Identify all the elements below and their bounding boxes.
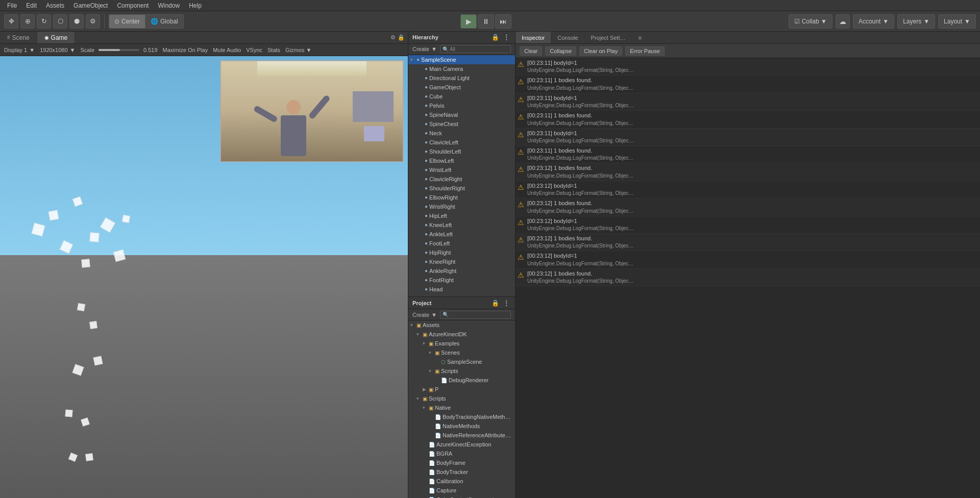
collab-button[interactable]: ☑ Collab ▼ bbox=[789, 14, 832, 29]
project-create-btn[interactable]: Create ▼ bbox=[412, 312, 437, 318]
project-item-azurekinectdk[interactable]: ▾▣AzureKinectDK bbox=[408, 330, 515, 339]
account-button[interactable]: Account ▼ bbox=[853, 14, 894, 29]
tab-project-settings[interactable]: Project Sett… bbox=[585, 32, 632, 43]
hierarchy-item-footright[interactable]: ●FootRight bbox=[408, 276, 515, 285]
hierarchy-item-footleft[interactable]: ●FootLeft bbox=[408, 239, 515, 248]
hierarchy-item-directionallight[interactable]: ●Directional Light bbox=[408, 73, 515, 83]
scale-slider[interactable] bbox=[99, 49, 139, 51]
log-item-3[interactable]: ⚠[00:23:11] 1 bodies found.UnityEngine.D… bbox=[516, 111, 980, 128]
mute-toggle[interactable]: Mute Audio bbox=[213, 47, 241, 53]
layers-button[interactable]: Layers ▼ bbox=[897, 14, 935, 29]
log-item-6[interactable]: ⚠[00:23:12] 1 bodies found.UnityEngine.D… bbox=[516, 163, 980, 181]
project-item-nativerefattr[interactable]: 📄NativeReferenceAttribute… bbox=[408, 431, 515, 440]
log-item-4[interactable]: ⚠[00:23:11] bodyId=1UnityEngine.Debug.Lo… bbox=[516, 129, 980, 146]
project-item-examples[interactable]: ▾▣Examples bbox=[408, 339, 515, 348]
project-item-colorcontrolcommand[interactable]: 📄ColorControlCommand bbox=[408, 495, 515, 498]
menu-file[interactable]: File bbox=[3, 1, 21, 10]
hierarchy-lock-btn[interactable]: 🔒 bbox=[491, 33, 500, 42]
tab-more[interactable]: ≡ bbox=[632, 32, 648, 43]
hierarchy-item-elbowright[interactable]: ●ElbowRight bbox=[408, 193, 515, 202]
gizmos-toggle[interactable]: Gizmos ▼ bbox=[285, 47, 311, 53]
hierarchy-item-hipleft[interactable]: ●HipLeft bbox=[408, 211, 515, 220]
tab-inspector[interactable]: Inspector bbox=[516, 32, 551, 43]
layout-button[interactable]: Layout ▼ bbox=[938, 14, 976, 29]
project-item-bodytracker[interactable]: 📄BodyTracker bbox=[408, 467, 515, 477]
log-item-8[interactable]: ⚠[00:23:12] 1 bodies found.UnityEngine.D… bbox=[516, 198, 980, 216]
tool-rect[interactable]: ⬢ bbox=[69, 14, 84, 29]
hierarchy-item-ankleleft[interactable]: ●AnkleLeft bbox=[408, 230, 515, 239]
hierarchy-item-elbowleft[interactable]: ●ElbowLeft bbox=[408, 156, 515, 165]
tool-scale[interactable]: ⬡ bbox=[53, 14, 67, 29]
hierarchy-item-shoulderleft[interactable]: ●ShoulderLeft bbox=[408, 147, 515, 156]
cloud-button[interactable]: ☁ bbox=[836, 14, 850, 29]
hierarchy-item-nose[interactable]: ●Nose bbox=[408, 294, 515, 296]
hierarchy-create-btn[interactable]: Create ▼ bbox=[412, 46, 437, 52]
project-search[interactable]: 🔍 bbox=[440, 311, 511, 319]
hierarchy-item-wristleft[interactable]: ●WristLeft bbox=[408, 165, 515, 175]
hierarchy-item-samplescene[interactable]: ▾●SampleScene bbox=[408, 55, 515, 64]
global-btn[interactable]: 🌐 Global bbox=[145, 15, 183, 28]
project-menu-btn[interactable]: ⋮ bbox=[502, 298, 511, 308]
project-item-capture[interactable]: 📄Capture bbox=[408, 486, 515, 495]
play-button[interactable]: ▶ bbox=[460, 14, 477, 29]
hierarchy-item-kneeleft[interactable]: ●KneeLeft bbox=[408, 220, 515, 230]
log-item-12[interactable]: ⚠[00:23:12] 1 bodies found.UnityEngine.D… bbox=[516, 269, 980, 286]
tab-game[interactable]: ◉ Game bbox=[37, 32, 76, 43]
project-item-debugrenderer[interactable]: 📄DebugRenderer bbox=[408, 376, 515, 385]
project-item-nativemethods[interactable]: 📄NativeMethods bbox=[408, 421, 515, 431]
log-item-0[interactable]: ⚠[00:23:11] bodyId=1UnityEngine.Debug.Lo… bbox=[516, 58, 980, 76]
project-item-native_folder[interactable]: ▾▣Native bbox=[408, 403, 515, 412]
log-item-5[interactable]: ⚠[00:23:11] 1 bodies found.UnityEngine.D… bbox=[516, 146, 980, 163]
project-lock-btn[interactable]: 🔒 bbox=[491, 298, 500, 308]
tab-settings-icon[interactable]: ⚙ bbox=[390, 34, 396, 41]
step-button[interactable]: ⏭ bbox=[495, 14, 511, 29]
tab-console[interactable]: Console bbox=[551, 32, 584, 43]
hierarchy-item-shoulderright[interactable]: ●ShoulderRight bbox=[408, 184, 515, 193]
tool-move[interactable]: ⊕ bbox=[20, 14, 35, 29]
tool-rotate[interactable]: ↻ bbox=[37, 14, 51, 29]
log-item-1[interactable]: ⚠[00:23:11] 1 bodies found.UnityEngine.D… bbox=[516, 76, 980, 93]
hierarchy-item-ankleright[interactable]: ●AnkleRight bbox=[408, 266, 515, 276]
hierarchy-item-maincamera[interactable]: ●Main Camera bbox=[408, 64, 515, 73]
menu-gameobject[interactable]: GameObject bbox=[69, 1, 112, 10]
hierarchy-item-cube[interactable]: ●Cube bbox=[408, 92, 515, 101]
project-item-assets[interactable]: ▾▣Assets bbox=[408, 320, 515, 330]
center-btn[interactable]: ⊙ Center bbox=[109, 15, 145, 28]
log-item-2[interactable]: ⚠[00:23:11] bodyId=1UnityEngine.Debug.Lo… bbox=[516, 93, 980, 111]
menu-assets[interactable]: Assets bbox=[42, 1, 68, 10]
hierarchy-menu-btn[interactable]: ⋮ bbox=[502, 33, 511, 42]
display-selector[interactable]: Display 1 ▼ bbox=[4, 47, 35, 53]
error-pause-btn[interactable]: Error Pause bbox=[625, 46, 665, 56]
hierarchy-item-spinechest[interactable]: ●SpineChest bbox=[408, 119, 515, 129]
hierarchy-item-wristright[interactable]: ●WristRight bbox=[408, 202, 515, 211]
tab-scene[interactable]: # Scene bbox=[0, 32, 37, 43]
log-item-7[interactable]: ⚠[00:23:12] bodyId=1UnityEngine.Debug.Lo… bbox=[516, 181, 980, 198]
hierarchy-item-spinenaval[interactable]: ●SpineNaval bbox=[408, 110, 515, 119]
hierarchy-item-clavicleright[interactable]: ●ClavicleRight bbox=[408, 175, 515, 184]
menu-edit[interactable]: Edit bbox=[22, 1, 41, 10]
clear-btn[interactable]: Clear bbox=[520, 46, 542, 56]
project-item-azurekinectexception[interactable]: 📄AzureKinectException bbox=[408, 440, 515, 449]
pause-button[interactable]: ⏸ bbox=[478, 14, 494, 29]
menu-help[interactable]: Help bbox=[185, 1, 206, 10]
hierarchy-item-neck[interactable]: ●Neck bbox=[408, 129, 515, 138]
resolution-selector[interactable]: 1920x1080 ▼ bbox=[40, 47, 75, 53]
hierarchy-item-gameobject[interactable]: ●GameObject bbox=[408, 83, 515, 92]
hierarchy-item-head[interactable]: ●Head bbox=[408, 285, 515, 294]
hierarchy-item-pelvis[interactable]: ●Pelvis bbox=[408, 101, 515, 110]
log-item-11[interactable]: ⚠[00:23:12] bodyId=1UnityEngine.Debug.Lo… bbox=[516, 251, 980, 268]
project-item-bgra[interactable]: 📄BGRA bbox=[408, 449, 515, 458]
project-item-scripts_sub[interactable]: ▾▣Scripts bbox=[408, 366, 515, 376]
project-item-samplescene_asset[interactable]: ⬡SampleScene bbox=[408, 357, 515, 366]
menu-window[interactable]: Window bbox=[154, 1, 184, 10]
maximize-toggle[interactable]: Maximize On Play bbox=[163, 47, 208, 53]
hierarchy-search[interactable]: 🔍 All bbox=[440, 45, 511, 53]
project-item-bodyframe[interactable]: 📄BodyFrame bbox=[408, 458, 515, 467]
project-item-scenes[interactable]: ▾▣Scenes bbox=[408, 348, 515, 357]
stats-toggle[interactable]: Stats bbox=[267, 47, 280, 53]
vsync-toggle[interactable]: VSync bbox=[246, 47, 262, 53]
hierarchy-item-kneeright[interactable]: ●KneeRight bbox=[408, 257, 515, 266]
tool-transform[interactable]: ⚙ bbox=[86, 14, 100, 29]
collapse-btn[interactable]: Collapse bbox=[545, 46, 576, 56]
clear-on-play-btn[interactable]: Clear on Play bbox=[579, 46, 622, 56]
